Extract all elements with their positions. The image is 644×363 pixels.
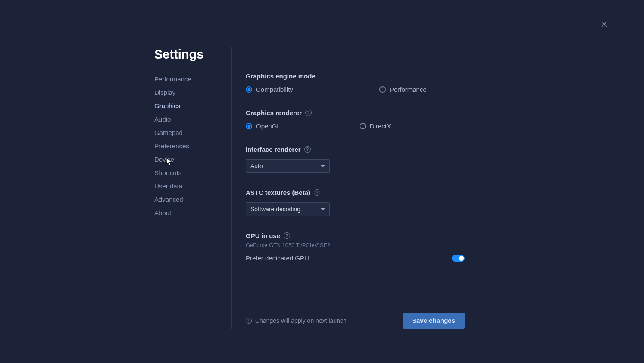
- section-engine-mode: Graphics engine mode Compatibility Perfo…: [246, 72, 465, 101]
- help-icon[interactable]: ?: [305, 110, 312, 116]
- astc-select[interactable]: Software decoding: [246, 202, 330, 216]
- section-gpu: GPU in use ? GeForce GTX 1050 Ti/PCIe/SS…: [246, 232, 465, 269]
- help-icon[interactable]: ?: [314, 189, 320, 196]
- page-title: Settings: [154, 47, 203, 62]
- radio-compatibility[interactable]: Compatibility: [246, 86, 293, 93]
- radio-label: Performance: [390, 86, 427, 93]
- prefer-dedicated-gpu-toggle[interactable]: [452, 255, 465, 262]
- sidebar-item-user-data[interactable]: User data: [154, 179, 231, 193]
- sidebar-item-display[interactable]: Display: [154, 86, 231, 99]
- select-value: Software decoding: [250, 206, 300, 213]
- sidebar-item-device[interactable]: Device: [154, 153, 231, 166]
- chevron-down-icon: [321, 165, 325, 167]
- radio-icon: [246, 123, 252, 129]
- engine-mode-title: Graphics engine mode: [246, 72, 465, 80]
- info-icon: i: [246, 318, 252, 324]
- radio-label: OpenGL: [256, 122, 281, 130]
- radio-icon: [246, 86, 252, 93]
- interface-renderer-select[interactable]: Auto: [246, 159, 330, 173]
- astc-title: ASTC textures (Beta): [246, 189, 310, 196]
- sidebar-item-audio[interactable]: Audio: [154, 113, 231, 126]
- radio-icon: [379, 86, 386, 93]
- main-panel: Graphics engine mode Compatibility Perfo…: [232, 47, 465, 329]
- sidebar-item-preferences[interactable]: Preferences: [154, 139, 231, 153]
- sidebar-item-graphics[interactable]: Graphics: [154, 99, 231, 113]
- radio-icon: [360, 123, 366, 129]
- radio-opengl[interactable]: OpenGL: [246, 122, 281, 130]
- gpu-title: GPU in use: [246, 232, 280, 239]
- section-interface-renderer: Interface renderer ? Auto: [246, 146, 465, 181]
- radio-label: DirectX: [370, 122, 391, 130]
- section-graphics-renderer: Graphics renderer ? OpenGL DirectX: [246, 109, 465, 138]
- prefer-dedicated-gpu-label: Prefer dedicated GPU: [246, 254, 309, 262]
- interface-renderer-title: Interface renderer: [246, 146, 301, 153]
- save-button[interactable]: Save changes: [403, 313, 465, 329]
- radio-label: Compatibility: [256, 86, 293, 93]
- graphics-renderer-title: Graphics renderer: [246, 109, 302, 116]
- radio-performance[interactable]: Performance: [379, 86, 427, 93]
- sidebar-item-performance[interactable]: Performance: [154, 72, 231, 86]
- sidebar-item-shortcuts[interactable]: Shortcuts: [154, 166, 231, 179]
- sidebar: Performance Display Graphics Audio Gamep…: [154, 47, 232, 329]
- gpu-name: GeForce GTX 1050 Ti/PCIe/SSE2: [246, 242, 465, 248]
- close-icon[interactable]: [599, 19, 610, 29]
- footer-info: Changes will apply on next launch: [255, 317, 347, 324]
- radio-directx[interactable]: DirectX: [360, 122, 391, 130]
- sidebar-item-advanced[interactable]: Advanced: [154, 193, 231, 206]
- sidebar-item-gamepad[interactable]: Gamepad: [154, 126, 231, 139]
- help-icon[interactable]: ?: [284, 232, 290, 239]
- select-value: Auto: [250, 163, 263, 169]
- chevron-down-icon: [321, 208, 325, 210]
- section-astc: ASTC textures (Beta) ? Software decoding: [246, 189, 465, 224]
- sidebar-item-about[interactable]: About: [154, 206, 231, 219]
- help-icon[interactable]: ?: [304, 146, 311, 153]
